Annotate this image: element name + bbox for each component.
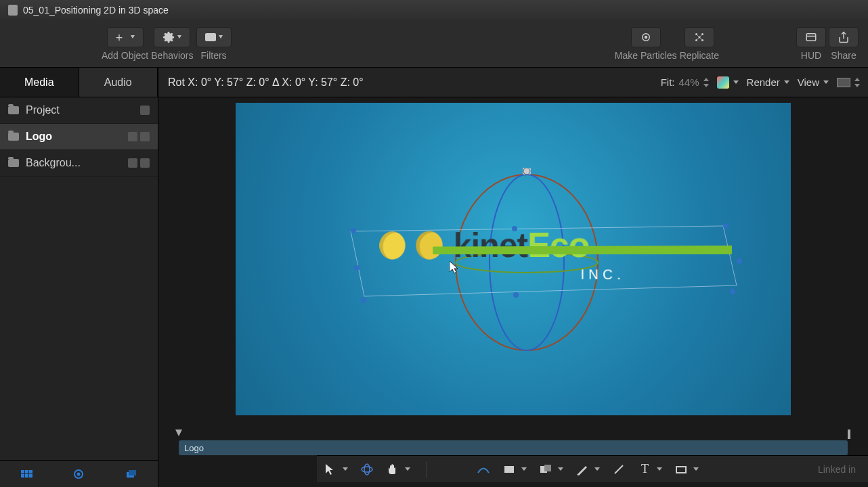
chevron-down-icon[interactable]: [693, 467, 699, 471]
playhead-in-marker[interactable]: [175, 430, 182, 439]
viewport-controls: Fit: 44% Render View: [653, 76, 868, 89]
stepper-icon: [854, 78, 860, 87]
svg-rect-29: [25, 474, 28, 478]
layer-name: Logo: [26, 131, 128, 143]
sidebar-footer: [0, 460, 158, 487]
selection-handle[interactable]: [513, 292, 519, 298]
chevron-down-icon: [733, 80, 739, 84]
main-toolbar: + Add Object Behaviors Filters: [0, 20, 868, 68]
title-bar: 05_01_Positioning 2D in 3D space: [0, 0, 868, 20]
chevron-down-icon: [219, 35, 223, 39]
project-title: 05_01_Positioning 2D in 3D space: [23, 5, 169, 16]
track-label: Logo: [184, 443, 204, 453]
mini-timeline: Logo: [158, 424, 868, 455]
curve-tool[interactable]: [477, 463, 490, 476]
link-icon[interactable]: [140, 158, 150, 168]
share-label: Share: [831, 50, 856, 61]
chevron-down-icon[interactable]: [521, 467, 527, 471]
share-button[interactable]: [829, 27, 859, 47]
make-particles-button[interactable]: [631, 27, 661, 47]
canvas[interactable]: kinetEco INC.: [236, 103, 791, 415]
pan-tool[interactable]: [386, 463, 399, 476]
svg-rect-21: [504, 466, 514, 473]
replicate-label: Replicate: [680, 50, 719, 61]
svg-rect-27: [29, 470, 32, 473]
timeline-track[interactable]: Logo: [179, 440, 848, 455]
layers-icon[interactable]: [125, 467, 138, 481]
svg-rect-25: [21, 470, 24, 473]
hud-button[interactable]: [796, 27, 826, 47]
separator: [427, 461, 427, 478]
replicate-button[interactable]: [685, 27, 714, 47]
rectangle-tool[interactable]: [502, 463, 516, 476]
filters-icon: [205, 33, 216, 41]
logo-subtitle: INC.: [581, 266, 626, 283]
selection-handle[interactable]: [361, 298, 366, 303]
chevron-down-icon: [784, 80, 789, 84]
chevron-down-icon[interactable]: [594, 467, 600, 471]
filters-button[interactable]: [196, 27, 232, 47]
settings-icon[interactable]: [72, 467, 85, 481]
logo-object[interactable]: kinetEco INC.: [379, 223, 732, 288]
logo-text-primary: kinet: [454, 225, 527, 265]
filters-label: Filters: [200, 50, 226, 61]
hud-icon: [805, 31, 817, 43]
render-dropdown[interactable]: Render: [747, 76, 789, 88]
selection-handle[interactable]: [737, 258, 742, 264]
folder-icon: [8, 133, 19, 141]
add-object-button[interactable]: +: [107, 27, 144, 47]
tab-audio[interactable]: Audio: [79, 68, 158, 97]
grid-icon[interactable]: [20, 467, 33, 481]
chevron-down-icon[interactable]: [343, 467, 348, 471]
watermark-text: Linked in: [818, 464, 856, 475]
svg-rect-26: [25, 470, 28, 473]
view-dropdown[interactable]: View: [798, 76, 829, 88]
transform-3d-tool[interactable]: [360, 463, 374, 476]
layer-panel: Project Logo Backgrou...: [0, 97, 158, 482]
lock-icon[interactable]: [128, 158, 137, 168]
svg-rect-28: [21, 474, 24, 478]
shape-tool[interactable]: [674, 463, 688, 476]
link-icon[interactable]: [140, 132, 150, 141]
chevron-down-icon[interactable]: [657, 467, 662, 471]
layer-name: Backgrou...: [26, 157, 128, 169]
document-icon: [8, 5, 18, 16]
fit-value: 44%: [679, 76, 699, 88]
behaviors-button[interactable]: [154, 27, 190, 47]
globe-icon: [416, 231, 442, 259]
playhead-out-marker[interactable]: [848, 430, 850, 439]
plus-icon: +: [116, 31, 128, 43]
sidebar-tabs: Media Audio: [0, 68, 158, 97]
selection-handle[interactable]: [730, 289, 735, 294]
fit-control[interactable]: Fit: 44%: [661, 76, 709, 88]
lock-icon[interactable]: [128, 132, 137, 141]
svg-rect-24: [676, 467, 686, 473]
layer-item-background[interactable]: Backgrou...: [0, 150, 158, 177]
mask-tool[interactable]: [539, 463, 552, 476]
selection-handle[interactable]: [354, 265, 360, 271]
chevron-down-icon: [823, 80, 829, 84]
text-tool[interactable]: T: [638, 463, 651, 476]
particles-icon: [640, 31, 652, 43]
svg-rect-34: [129, 470, 136, 476]
chevron-down-icon[interactable]: [558, 467, 563, 471]
select-tool[interactable]: [324, 463, 337, 476]
color-channel-dropdown[interactable]: [717, 76, 739, 89]
channel-box-dropdown[interactable]: [837, 78, 860, 87]
canvas-toolbar: T Linked in: [317, 455, 868, 482]
tab-media[interactable]: Media: [0, 68, 79, 97]
layer-item-project[interactable]: Project: [0, 97, 158, 124]
svg-rect-16: [523, 168, 531, 175]
svg-rect-10: [806, 33, 816, 41]
layer-item-logo[interactable]: Logo: [0, 124, 158, 150]
svg-point-32: [78, 473, 80, 475]
svg-point-2: [645, 36, 647, 38]
brush-tool[interactable]: [612, 463, 626, 476]
selection-handle[interactable]: [351, 228, 356, 233]
viewport[interactable]: kinetEco INC. Logo: [158, 97, 868, 482]
chevron-down-icon: [177, 35, 181, 39]
link-icon[interactable]: [140, 106, 150, 115]
pen-tool[interactable]: [576, 463, 589, 476]
chevron-down-icon[interactable]: [405, 467, 410, 471]
hud-label: HUD: [801, 50, 821, 61]
